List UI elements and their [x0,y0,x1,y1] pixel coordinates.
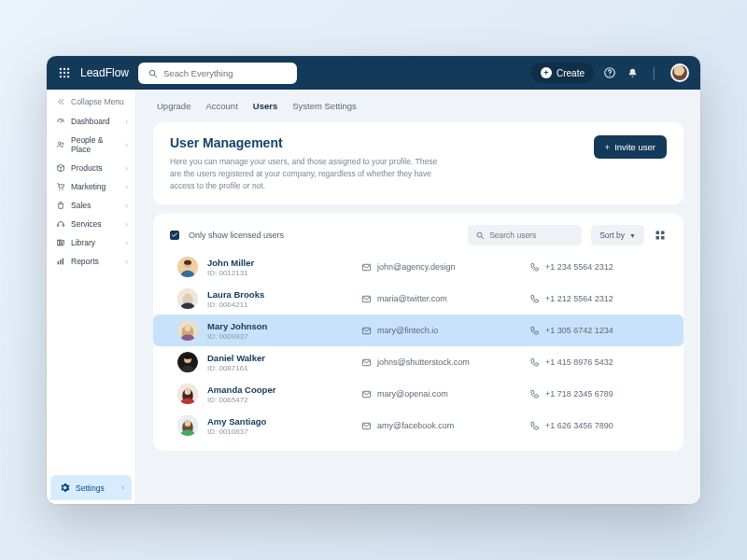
search-users-input[interactable] [489,231,574,240]
user-name: Daniel Walker [207,353,352,363]
user-id: ID: 0009837 [207,332,352,341]
chevron-right-icon: › [125,239,128,247]
sidebar-item-people[interactable]: People & Place › [47,131,135,159]
search-icon [148,68,158,78]
plus-icon: + [541,67,552,78]
chevron-right-icon: › [125,141,128,149]
mail-icon [361,262,372,273]
apps-icon[interactable] [58,66,71,79]
avatar [177,384,198,404]
phone-icon [529,357,540,368]
bell-icon[interactable] [626,66,639,79]
phone-icon [529,262,540,273]
page-header-card: User Management Here you can manage your… [153,122,684,204]
reports-icon [56,257,65,266]
sidebar-item-label: Services [71,219,120,229]
avatar [177,288,198,309]
sidebar-item-marketing[interactable]: Marketing › [47,177,135,196]
user-id: ID: 0065472 [207,396,352,404]
user-id: ID: 0087161 [207,364,352,372]
global-search-input[interactable] [163,68,288,78]
app-header: LeadFlow + Create │ [47,56,700,90]
people-icon [56,140,65,149]
user-row[interactable]: Daniel Walker ID: 0087161 johns@shutters… [170,346,667,378]
invite-label: Invite user [614,142,655,152]
gear-icon [60,483,70,493]
app-window: LeadFlow + Create │ Collapse Menu Dashbo… [47,56,700,504]
chevron-right-icon: › [121,483,124,492]
user-row[interactable]: John Miller ID: 0012131 john@agency.desi… [170,251,667,283]
settings-label: Settings [76,483,105,493]
mail-icon [361,421,372,431]
sidebar-item-label: People & Place [71,135,120,154]
user-email: maria@twitter.com [361,294,520,304]
grid-view-icon[interactable] [654,229,667,242]
chevron-right-icon: › [125,220,128,229]
user-name: Laura Brooks [207,289,352,300]
global-search[interactable] [138,63,297,84]
sidebar-item-label: Sales [71,201,120,210]
library-icon [56,238,65,247]
chevron-right-icon: › [125,118,128,126]
profile-avatar[interactable] [670,63,689,82]
sidebar-item-products[interactable]: Products › [47,159,135,177]
tab-account[interactable]: Account [205,101,237,111]
sidebar-item-label: Products [71,163,120,173]
mail-icon [361,326,372,336]
filters-row: Only show licensed users Sort by ▼ [170,225,667,245]
page-title: User Management [170,135,450,150]
mail-icon [361,294,372,304]
avatar [177,320,198,341]
sort-button[interactable]: Sort by ▼ [591,225,644,245]
user-name: Amanda Cooper [207,385,352,395]
marketing-icon [56,182,65,191]
user-id: ID: 0064211 [207,301,352,309]
user-name: John Miller [207,258,352,268]
help-icon[interactable] [603,66,616,79]
user-phone: +1 626 3456 7890 [529,421,651,431]
sidebar: Collapse Menu Dashboard › People & Place… [47,90,136,504]
licensed-checkbox[interactable] [170,231,179,240]
user-phone: +1 212 5564 2312 [529,294,651,304]
user-phone: +1 305 6742 1234 [529,326,651,336]
user-phone: +1 234 5564 2312 [529,262,651,273]
tab-system-settings[interactable]: System Settings [292,101,357,111]
plus-icon: + [605,142,611,152]
tab-users[interactable]: Users [253,101,277,111]
sidebar-item-label: Dashboard [71,117,120,126]
create-button[interactable]: + Create [531,63,594,83]
services-icon [56,219,65,229]
sidebar-item-sales[interactable]: Sales › [47,196,135,215]
user-email: amy@facebook.com [361,421,520,431]
sort-label: Sort by [599,231,625,240]
avatar [177,257,198,277]
user-email: johns@shutterstock.com [361,357,520,368]
collapse-menu[interactable]: Collapse Menu [47,90,135,112]
search-users[interactable] [468,225,582,245]
user-row[interactable]: Amanda Cooper ID: 0065472 mary@openai.co… [170,378,667,410]
user-row[interactable]: Mary Johnson ID: 0009837 mary@fintech.io… [153,315,684,346]
user-email: john@agency.design [361,262,520,273]
chevron-right-icon: › [125,258,128,266]
phone-icon [529,294,540,304]
sidebar-item-library[interactable]: Library › [47,233,135,252]
user-row[interactable]: Laura Brooks ID: 0064211 maria@twitter.c… [170,283,667,315]
sidebar-item-label: Library [71,238,120,247]
sidebar-item-services[interactable]: Services › [47,215,135,233]
main-content: Upgrade Account Users System Settings Us… [136,90,700,504]
sidebar-item-reports[interactable]: Reports › [47,252,135,271]
sidebar-settings[interactable]: Settings › [50,475,132,500]
user-row[interactable]: Amy Santiago ID: 0010837 amy@facebook.co… [170,410,667,441]
avatar [177,415,198,436]
search-icon [475,231,485,240]
licensed-checkbox-label: Only show licensed users [189,231,284,240]
tab-upgrade[interactable]: Upgrade [157,101,190,111]
user-phone: +1 415 8976 5432 [529,357,651,368]
user-list: John Miller ID: 0012131 john@agency.desi… [170,251,667,441]
sidebar-item-dashboard[interactable]: Dashboard › [47,112,135,131]
header-divider: │ [648,66,661,79]
caret-down-icon: ▼ [629,232,636,239]
invite-user-button[interactable]: + Invite user [594,135,667,159]
brand-name: LeadFlow [80,66,129,79]
chevron-right-icon: › [125,183,128,191]
